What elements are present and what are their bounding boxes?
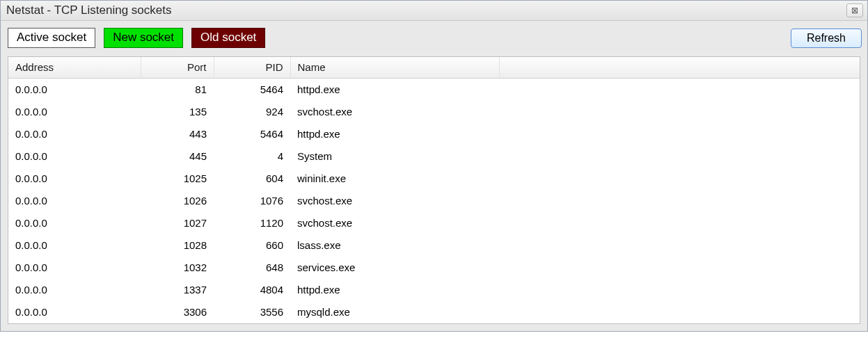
cell-extra: [499, 234, 860, 257]
cell-name: svchost.exe: [290, 212, 499, 234]
cell-address: 0.0.0.0: [8, 101, 141, 123]
cell-pid: 3556: [214, 301, 290, 323]
table-row[interactable]: 0.0.0.0135924svchost.exe: [8, 101, 860, 123]
col-name[interactable]: Name: [290, 57, 499, 79]
table-row[interactable]: 0.0.0.01028660lsass.exe: [8, 234, 860, 257]
table-row[interactable]: 0.0.0.04454System: [8, 145, 860, 168]
cell-pid: 660: [214, 234, 290, 257]
cell-port: 81: [141, 79, 214, 102]
cell-address: 0.0.0.0: [8, 168, 141, 190]
cell-name: lsass.exe: [290, 234, 499, 257]
legend-active-socket: Active socket: [8, 28, 95, 48]
cell-name: httpd.exe: [290, 123, 499, 145]
cell-address: 0.0.0.0: [8, 145, 141, 168]
cell-extra: [499, 123, 860, 145]
cell-address: 0.0.0.0: [8, 123, 141, 145]
table-row[interactable]: 0.0.0.04435464httpd.exe: [8, 123, 860, 145]
cell-pid: 5464: [214, 79, 290, 102]
cell-port: 1337: [141, 279, 214, 301]
table-row[interactable]: 0.0.0.013374804httpd.exe: [8, 279, 860, 301]
cell-address: 0.0.0.0: [8, 234, 141, 257]
cell-extra: [499, 145, 860, 168]
cell-extra: [499, 279, 860, 301]
cell-pid: 604: [214, 168, 290, 190]
cell-name: httpd.exe: [290, 279, 499, 301]
cell-extra: [499, 168, 860, 190]
cell-extra: [499, 301, 860, 323]
col-address[interactable]: Address: [8, 57, 141, 79]
table-row[interactable]: 0.0.0.010261076svchost.exe: [8, 190, 860, 212]
cell-extra: [499, 79, 860, 102]
cell-pid: 1120: [214, 212, 290, 234]
cell-port: 1025: [141, 168, 214, 190]
table-body: 0.0.0.0815464httpd.exe0.0.0.0135924svcho…: [8, 79, 860, 324]
cell-pid: 4804: [214, 279, 290, 301]
cell-pid: 1076: [214, 190, 290, 212]
cell-port: 1027: [141, 212, 214, 234]
cell-port: 1026: [141, 190, 214, 212]
table-header-row: Address Port PID Name: [8, 57, 860, 79]
cell-address: 0.0.0.0: [8, 279, 141, 301]
cell-pid: 648: [214, 257, 290, 279]
cell-port: 135: [141, 101, 214, 123]
col-pid[interactable]: PID: [214, 57, 290, 79]
socket-table-container: Address Port PID Name 0.0.0.0815464httpd…: [8, 56, 860, 324]
legend-new-socket: New socket: [104, 28, 183, 48]
cell-port: 443: [141, 123, 214, 145]
close-icon: ⊠: [851, 6, 858, 15]
cell-name: mysqld.exe: [290, 301, 499, 323]
window-title: Netstat - TCP Listening sockets: [6, 3, 171, 17]
close-button[interactable]: ⊠: [846, 3, 863, 17]
cell-name: wininit.exe: [290, 168, 499, 190]
cell-extra: [499, 190, 860, 212]
legend-old-socket: Old socket: [191, 28, 265, 48]
cell-port: 445: [141, 145, 214, 168]
col-port[interactable]: Port: [141, 57, 214, 79]
titlebar: Netstat - TCP Listening sockets ⊠: [1, 1, 867, 21]
table-row[interactable]: 0.0.0.01032648services.exe: [8, 257, 860, 279]
cell-port: 1028: [141, 234, 214, 257]
col-extra[interactable]: [499, 57, 860, 79]
table-row[interactable]: 0.0.0.01025604wininit.exe: [8, 168, 860, 190]
cell-extra: [499, 101, 860, 123]
cell-pid: 4: [214, 145, 290, 168]
cell-pid: 924: [214, 101, 290, 123]
cell-address: 0.0.0.0: [8, 301, 141, 323]
table-row[interactable]: 0.0.0.010271120svchost.exe: [8, 212, 860, 234]
netstat-window: Netstat - TCP Listening sockets ⊠ Active…: [0, 0, 868, 332]
table-row[interactable]: 0.0.0.033063556mysqld.exe: [8, 301, 860, 323]
cell-address: 0.0.0.0: [8, 212, 141, 234]
cell-name: services.exe: [290, 257, 499, 279]
cell-name: svchost.exe: [290, 190, 499, 212]
cell-extra: [499, 212, 860, 234]
cell-address: 0.0.0.0: [8, 79, 141, 102]
cell-port: 3306: [141, 301, 214, 323]
cell-port: 1032: [141, 257, 214, 279]
refresh-button[interactable]: Refresh: [791, 29, 862, 48]
toolbar: Active socket New socket Old socket Refr…: [1, 21, 867, 55]
cell-name: svchost.exe: [290, 101, 499, 123]
table-row[interactable]: 0.0.0.0815464httpd.exe: [8, 79, 860, 102]
cell-name: System: [290, 145, 499, 168]
cell-extra: [499, 257, 860, 279]
cell-address: 0.0.0.0: [8, 257, 141, 279]
cell-name: httpd.exe: [290, 79, 499, 102]
socket-table: Address Port PID Name 0.0.0.0815464httpd…: [8, 57, 860, 323]
cell-pid: 5464: [214, 123, 290, 145]
cell-address: 0.0.0.0: [8, 190, 141, 212]
